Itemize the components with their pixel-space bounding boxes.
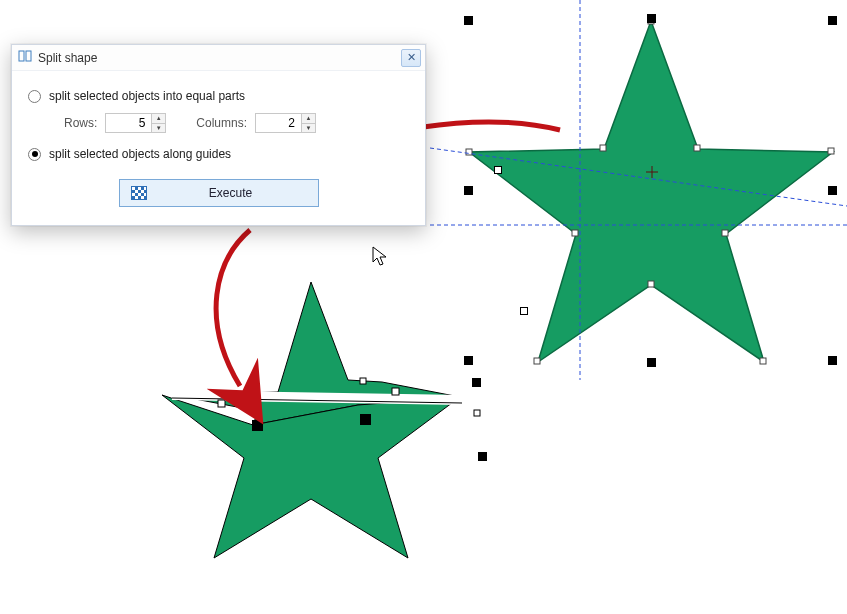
svg-rect-30 [252, 420, 263, 431]
option-equal-parts[interactable]: split selected objects into equal parts [28, 89, 409, 103]
svg-rect-16 [464, 16, 473, 25]
cols-label: Columns: [196, 116, 247, 130]
svg-rect-6 [648, 281, 654, 287]
svg-rect-37 [360, 378, 366, 384]
svg-rect-23 [828, 356, 837, 365]
cols-field[interactable] [255, 113, 301, 133]
svg-rect-22 [647, 358, 656, 367]
svg-rect-38 [474, 410, 480, 416]
svg-rect-9 [466, 149, 472, 155]
close-button[interactable]: ✕ [401, 49, 421, 67]
svg-rect-36 [392, 388, 399, 395]
guide-handle[interactable] [520, 307, 528, 315]
svg-rect-10 [600, 145, 606, 151]
flag-icon [132, 187, 146, 199]
svg-marker-25 [162, 395, 460, 558]
titlebar[interactable]: Split shape ✕ [12, 45, 425, 71]
svg-rect-4 [722, 230, 728, 236]
svg-rect-3 [828, 148, 834, 154]
rows-spinner[interactable]: ▲▼ [151, 113, 166, 133]
rows-field[interactable] [105, 113, 151, 133]
rows-label: Rows: [64, 116, 97, 130]
dialog-title: Split shape [38, 51, 395, 65]
svg-rect-34 [478, 452, 487, 461]
option-along-guides[interactable]: split selected objects along guides [28, 147, 409, 161]
svg-rect-18 [828, 16, 837, 25]
svg-rect-5 [760, 358, 766, 364]
svg-rect-40 [26, 51, 31, 61]
svg-rect-39 [19, 51, 24, 61]
svg-rect-20 [828, 186, 837, 195]
svg-rect-7 [534, 358, 540, 364]
cols-spinner[interactable]: ▲▼ [301, 113, 316, 133]
svg-rect-35 [218, 400, 225, 407]
execute-label: Execute [156, 186, 306, 200]
option-label: split selected objects into equal parts [49, 89, 245, 103]
radio-icon [28, 90, 41, 103]
svg-rect-32 [472, 378, 481, 387]
svg-rect-8 [572, 230, 578, 236]
cols-input[interactable]: ▲▼ [255, 113, 316, 133]
radio-icon [28, 148, 41, 161]
split-shape-icon [18, 49, 32, 66]
svg-rect-21 [464, 356, 473, 365]
svg-rect-17 [647, 14, 656, 23]
rows-input[interactable]: ▲▼ [105, 113, 166, 133]
execute-button[interactable]: Execute [119, 179, 319, 207]
option-label: split selected objects along guides [49, 147, 231, 161]
svg-rect-19 [464, 186, 473, 195]
svg-rect-2 [694, 145, 700, 151]
guide-handle[interactable] [494, 166, 502, 174]
svg-rect-31 [360, 414, 371, 425]
split-shape-dialog: Split shape ✕ split selected objects int… [11, 44, 426, 226]
